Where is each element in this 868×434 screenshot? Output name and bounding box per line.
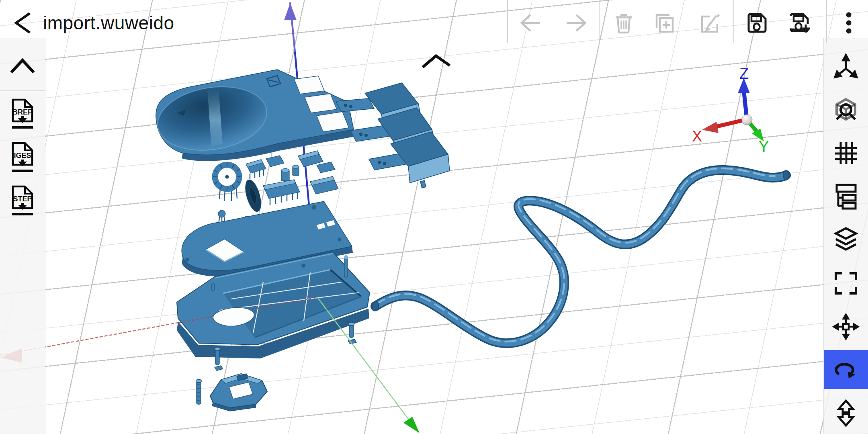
toolbar-divider	[599, 0, 600, 43]
import-iges-button[interactable]: IGES	[10, 141, 35, 174]
left-toolbar-panel	[0, 38, 45, 434]
import-label: IGES	[14, 151, 31, 160]
save-as-button[interactable]	[788, 12, 811, 34]
trash-icon	[616, 15, 632, 33]
model-top-cover	[153, 70, 354, 161]
import-brep-button[interactable]: BREP	[10, 98, 35, 130]
axis-triad-icon	[832, 53, 860, 81]
left-panel-divider	[0, 90, 45, 91]
model-terminal-blocks	[336, 83, 450, 188]
axis-triad-gizmo: Z X Y	[692, 65, 769, 155]
duplicate-button[interactable]	[653, 12, 675, 34]
move-arrows-icon	[832, 313, 860, 341]
undo-button[interactable]	[519, 12, 542, 34]
tool-grid-button[interactable]	[824, 133, 868, 172]
tool-fit-view-button[interactable]	[824, 264, 868, 303]
structure-tree-icon	[832, 182, 860, 211]
chevron-up-icon	[10, 56, 35, 75]
layers-icon	[832, 226, 860, 254]
world-y-axis	[334, 319, 420, 433]
edit-button[interactable]	[699, 12, 721, 34]
toolbar-divider	[826, 0, 827, 43]
toolbar-divider	[507, 0, 508, 43]
tool-layers-button[interactable]	[824, 220, 868, 259]
tool-scale-button[interactable]	[824, 393, 868, 434]
import-file-icon: STEP	[10, 185, 35, 217]
frame-corners-icon	[832, 269, 860, 297]
overflow-menu-button[interactable]	[837, 12, 860, 34]
redo-button[interactable]	[565, 12, 588, 34]
tool-axes-button[interactable]	[824, 47, 868, 86]
toolbar-divider	[733, 0, 734, 43]
import-label: BREP	[12, 108, 33, 116]
sidebar-collapse-button[interactable]	[10, 56, 35, 75]
viewport-canvas[interactable]: Z X Y	[0, 0, 868, 434]
overflow-menu-icon	[846, 12, 852, 34]
redo-arrow-icon	[567, 15, 585, 31]
import-step-button[interactable]: STEP	[10, 185, 35, 217]
tool-structure-button[interactable]	[824, 177, 868, 216]
undo-arrow-icon	[522, 15, 540, 31]
duplicate-plus-icon	[657, 15, 673, 32]
tool-move-button[interactable]	[824, 307, 868, 346]
cube-magnifier-icon	[832, 96, 860, 124]
model-cable	[371, 168, 789, 343]
tool-rotate-button[interactable]	[824, 350, 868, 389]
grid-icon	[832, 139, 860, 167]
gizmo-y-label: Y	[759, 138, 769, 155]
save-button[interactable]	[745, 12, 768, 34]
import-file-icon: IGES	[10, 141, 35, 174]
back-button[interactable]	[12, 12, 32, 34]
delete-button[interactable]	[612, 12, 635, 34]
gizmo-z-label: Z	[739, 65, 749, 82]
chevron-up-icon[interactable]	[423, 56, 450, 67]
import-label: STEP	[13, 195, 32, 203]
rotate-arrow-icon	[832, 356, 860, 384]
import-file-icon: BREP	[10, 98, 35, 130]
model-exploded-mouse	[153, 70, 789, 411]
save-as-plus-icon	[791, 14, 810, 33]
save-floppy-icon	[749, 14, 766, 32]
tool-view-cube-button[interactable]	[824, 90, 868, 129]
edit-pencil-icon	[702, 15, 719, 32]
document-title: import.wuweido	[43, 12, 174, 34]
double-arrow-icon	[832, 399, 860, 427]
gizmo-x-label: X	[692, 128, 702, 145]
